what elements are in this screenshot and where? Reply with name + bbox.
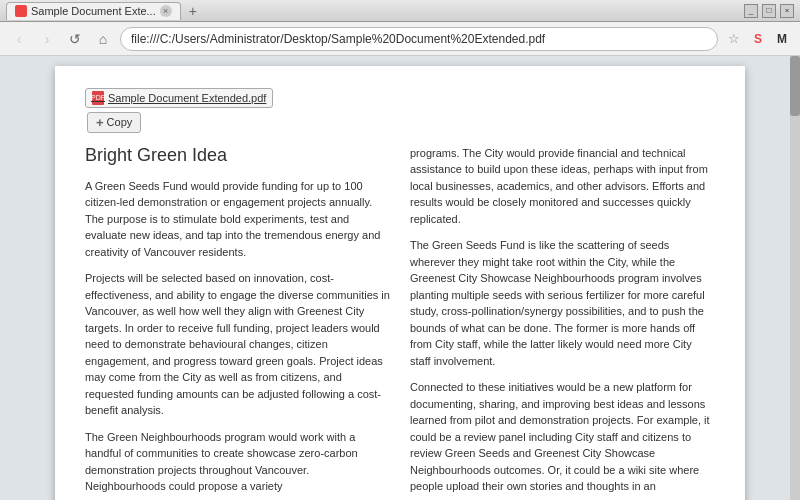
extension1-icon[interactable]: S (748, 29, 768, 49)
scrollbar-thumb[interactable] (790, 56, 800, 116)
document-content: Bright Green Idea A Green Seeds Fund wou… (85, 145, 715, 501)
copy-button[interactable]: + Copy (87, 112, 141, 133)
right-para-1: programs. The City would provide financi… (410, 145, 715, 228)
right-para-2: The Green Seeds Fund is like the scatter… (410, 237, 715, 369)
pdf-tab-icon (15, 5, 27, 17)
home-button[interactable]: ⌂ (92, 28, 114, 50)
right-column: programs. The City would provide financi… (410, 145, 715, 501)
close-window-button[interactable]: × (780, 4, 794, 18)
right-para-3: Connected to these initiatives would be … (410, 379, 715, 495)
file-chip-text: Sample Document Extended.pdf (108, 92, 266, 104)
document-title: Bright Green Idea (85, 145, 390, 166)
file-chip-area: PDF Sample Document Extended.pdf + Copy (85, 86, 715, 133)
tab-area: Sample Document Exte... × + (6, 2, 203, 20)
file-chip[interactable]: PDF Sample Document Extended.pdf (85, 88, 273, 108)
copy-plus-icon: + (96, 115, 104, 130)
address-bar-icons: ☆ S M (724, 29, 792, 49)
main-content: PDF Sample Document Extended.pdf + Copy … (0, 56, 800, 500)
pdf-viewer: PDF Sample Document Extended.pdf + Copy … (55, 66, 745, 500)
window-controls: _ □ × (744, 4, 794, 18)
scrollbar-track[interactable] (790, 56, 800, 500)
address-bar: ‹ › ↺ ⌂ ☆ S M (0, 22, 800, 56)
back-button[interactable]: ‹ (8, 28, 30, 50)
tab-title: Sample Document Exte... (31, 5, 156, 17)
extension2-icon[interactable]: M (772, 29, 792, 49)
left-para-3: The Green Neighbourhoods program would w… (85, 429, 390, 495)
left-para-2: Projects will be selected based on innov… (85, 270, 390, 419)
left-para-1: A Green Seeds Fund would provide funding… (85, 178, 390, 261)
left-column: Bright Green Idea A Green Seeds Fund wou… (85, 145, 390, 501)
title-bar-left: Sample Document Exte... × + (6, 2, 203, 20)
forward-button[interactable]: › (36, 28, 58, 50)
pdf-file-icon: PDF (92, 91, 104, 105)
address-input[interactable] (120, 27, 718, 51)
tab-close-button[interactable]: × (160, 5, 172, 17)
bookmark-icon[interactable]: ☆ (724, 29, 744, 49)
minimize-button[interactable]: _ (744, 4, 758, 18)
maximize-button[interactable]: □ (762, 4, 776, 18)
new-tab-button[interactable]: + (183, 2, 203, 20)
copy-button-label: Copy (107, 116, 133, 128)
refresh-button[interactable]: ↺ (64, 28, 86, 50)
active-tab[interactable]: Sample Document Exte... × (6, 2, 181, 20)
title-bar: Sample Document Exte... × + _ □ × (0, 0, 800, 22)
